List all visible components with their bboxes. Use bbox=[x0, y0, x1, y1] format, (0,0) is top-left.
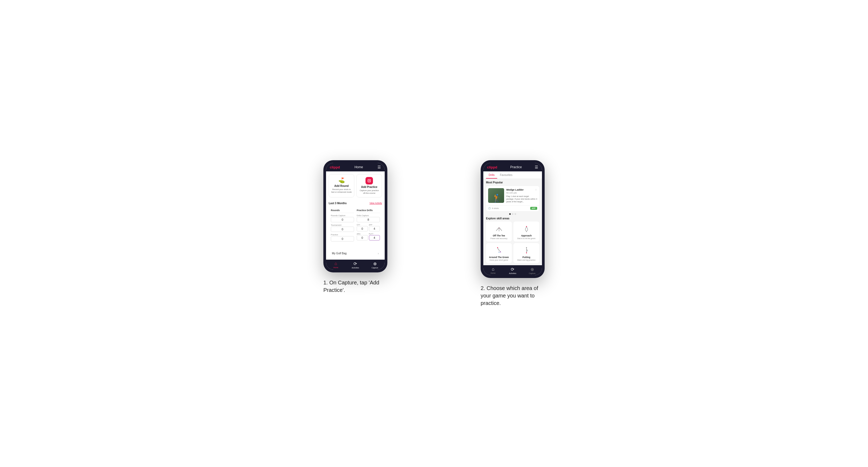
phone2-nav-capture[interactable]: ⊕ Capture bbox=[523, 267, 542, 274]
skill-card-around-green[interactable]: Around The Green Hone your short game bbox=[486, 243, 512, 263]
skill-card-putting[interactable]: Putting Make and lag practice bbox=[514, 243, 539, 263]
rounds-capture-value: 0 bbox=[331, 217, 354, 222]
putting-title: Putting bbox=[523, 256, 530, 258]
view-activity-link[interactable]: View Activity bbox=[370, 202, 382, 205]
nav-item-activities[interactable]: ⟳ Activities bbox=[345, 261, 365, 269]
chevron-right-icon: › bbox=[378, 252, 379, 255]
star-icon[interactable]: ☆ bbox=[535, 188, 537, 191]
tournament-value: 0 bbox=[331, 226, 354, 232]
approach-desc: Dial-in to hit the green bbox=[517, 238, 535, 239]
phone2-header-title: Practice bbox=[510, 165, 522, 169]
practice-tabs: Drills Favourites bbox=[483, 172, 542, 179]
drills-col: Practice Drills Drills Capture 8 OTT 0 bbox=[357, 209, 380, 243]
action-cards: ⛳ Add Round Record your shots in fast or… bbox=[326, 172, 385, 200]
putt-label: PUTT bbox=[369, 233, 380, 235]
around-green-title: Around The Green bbox=[489, 256, 509, 258]
phone-screen-2: clippd Practice ☰ Drills Favourites Most… bbox=[483, 163, 542, 275]
putt-item: PUTT 4 bbox=[369, 233, 380, 241]
ott-label: OTT bbox=[357, 224, 368, 226]
phone1-logo: clippd bbox=[330, 165, 340, 169]
app-label: APP bbox=[369, 224, 380, 226]
phone2-header: clippd Practice ☰ bbox=[483, 163, 542, 172]
phone-frame-1: clippd Home ☰ ⛳ Add Round Record your sh… bbox=[323, 160, 388, 272]
phone2-activities-icon: ⟳ bbox=[511, 267, 514, 272]
add-round-title: Add Round bbox=[334, 184, 349, 187]
activities-icon: ⟳ bbox=[353, 261, 357, 266]
phone2-nav-home[interactable]: ⌂ Home bbox=[483, 267, 503, 274]
most-popular-label: Most Popular bbox=[486, 181, 539, 184]
off-tee-icon bbox=[494, 224, 504, 233]
ott-item: OTT 0 bbox=[357, 224, 368, 231]
phone2-nav-home-label: Home bbox=[491, 272, 496, 274]
add-practice-desc: Capture your practice off-the-course bbox=[359, 189, 380, 195]
arg-putt-row: ARG 0 PUTT 4 bbox=[357, 233, 380, 241]
approach-icon bbox=[521, 224, 532, 233]
practice-content: Most Popular 🏌️ Wedge Ladder ☆ bbox=[483, 179, 542, 265]
phone1-menu-icon[interactable]: ☰ bbox=[377, 165, 381, 169]
shots-label-text: 9 shots bbox=[492, 207, 499, 210]
rounds-col-title: Rounds bbox=[331, 209, 354, 213]
featured-drill-desc: Play 1 shot at each target yardage. If y… bbox=[506, 195, 537, 203]
arg-value: 0 bbox=[357, 235, 368, 241]
featured-drill-range: 50-100 yds bbox=[506, 192, 537, 194]
nav-item-capture[interactable]: ⊕ Capture bbox=[365, 261, 385, 269]
tab-favourites[interactable]: Favourites bbox=[497, 172, 515, 179]
ott-value: 0 bbox=[357, 226, 368, 231]
approach-title: Approach bbox=[521, 234, 532, 237]
phone2-bottom-nav: ⌂ Home ⟳ Activities ⊕ Capture bbox=[483, 265, 542, 275]
drills-capture-label: Drills Capture bbox=[357, 214, 380, 217]
app-item: APP 4 bbox=[369, 224, 380, 231]
tournament-label: Tournament bbox=[331, 224, 354, 226]
golf-bag-label: My Golf Bag bbox=[332, 252, 347, 255]
carousel-dots bbox=[486, 213, 539, 215]
my-golf-bag[interactable]: My Golf Bag › bbox=[329, 249, 382, 258]
nav-item-home[interactable]: ⌂ Home bbox=[326, 261, 345, 269]
phone1-bottom-nav: ⌂ Home ⟳ Activities ⊕ Capture bbox=[326, 260, 385, 270]
stats-header: Last 3 Months View Activity bbox=[329, 202, 382, 205]
phone-section-1: clippd Home ☰ ⛳ Add Round Record your sh… bbox=[287, 160, 423, 294]
ott-app-row: OTT 0 APP 4 bbox=[357, 224, 380, 231]
practice-item: Practice 0 bbox=[331, 234, 354, 242]
phone2-nav-activities[interactable]: ⟳ Activities bbox=[503, 267, 522, 274]
capture-icon: ⊕ bbox=[373, 261, 377, 266]
putting-icon bbox=[521, 245, 532, 255]
add-round-card[interactable]: ⛳ Add Round Record your shots in fast or… bbox=[329, 174, 354, 197]
stats-period-label: Last 3 Months bbox=[329, 202, 347, 205]
skill-card-approach[interactable]: Approach Dial-in to hit the green bbox=[514, 221, 539, 242]
skill-card-off-tee[interactable]: Off The Tee Power and accuracy bbox=[486, 221, 512, 242]
around-green-icon bbox=[494, 245, 504, 255]
tab-drills[interactable]: Drills bbox=[486, 172, 497, 179]
svg-line-6 bbox=[499, 227, 501, 229]
phone2-home-icon: ⌂ bbox=[492, 267, 495, 272]
practice-label: Practice bbox=[331, 234, 354, 236]
practice-icon bbox=[366, 177, 373, 184]
phone1-header: clippd Home ☰ bbox=[326, 163, 385, 172]
featured-info: Wedge Ladder ☆ 50-100 yds Play 1 shot at… bbox=[506, 188, 537, 203]
app-badge: APP bbox=[530, 207, 537, 210]
add-practice-card[interactable]: Add Practice Capture your practice off-t… bbox=[356, 174, 382, 197]
drills-capture-item: Drills Capture 8 bbox=[357, 214, 380, 222]
rounds-capture-label: Rounds Capture bbox=[331, 214, 354, 217]
drills-col-title: Practice Drills bbox=[357, 209, 380, 213]
rounds-col: Rounds Rounds Capture 0 Tournament 0 Pra… bbox=[331, 209, 354, 243]
stats-grid: Rounds Rounds Capture 0 Tournament 0 Pra… bbox=[329, 207, 382, 245]
featured-card-body: 🏌️ Wedge Ladder ☆ 50-100 yds Play 1 shot… bbox=[486, 186, 539, 205]
phone-screen-1: clippd Home ☰ ⛳ Add Round Record your sh… bbox=[326, 163, 385, 270]
svg-point-16 bbox=[526, 252, 527, 253]
flag-icon: ⛳ bbox=[338, 177, 345, 183]
nav-capture-label: Capture bbox=[372, 267, 378, 269]
svg-line-10 bbox=[497, 248, 500, 252]
phone-frame-2: clippd Practice ☰ Drills Favourites Most… bbox=[480, 160, 545, 278]
phone2-menu-icon[interactable]: ☰ bbox=[535, 165, 538, 169]
page-container: clippd Home ☰ ⛳ Add Round Record your sh… bbox=[287, 160, 581, 307]
featured-drill-image: 🏌️ bbox=[488, 188, 504, 203]
add-round-desc: Record your shots in fast or enhanced mo… bbox=[331, 188, 352, 193]
drills-capture-value: 8 bbox=[357, 217, 380, 222]
featured-drill-card[interactable]: 🏌️ Wedge Ladder ☆ 50-100 yds Play 1 shot… bbox=[486, 186, 539, 211]
phone2-capture-icon: ⊕ bbox=[530, 267, 534, 272]
svg-point-17 bbox=[526, 250, 527, 251]
featured-drill-title: Wedge Ladder bbox=[506, 188, 524, 191]
svg-line-5 bbox=[497, 227, 499, 229]
arg-item: ARG 0 bbox=[357, 233, 368, 241]
golfer-silhouette-icon: 🏌️ bbox=[492, 193, 502, 203]
